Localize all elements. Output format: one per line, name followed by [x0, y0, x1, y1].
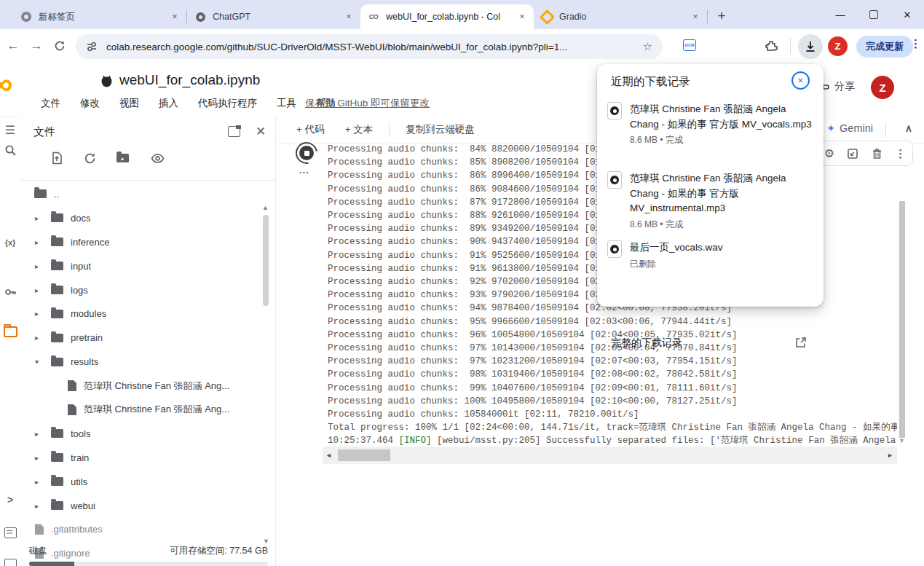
download-item[interactable]: 最后一页_vocals.wav已删除: [607, 240, 813, 270]
open-in-new-icon[interactable]: [795, 337, 807, 348]
terminal-chevron-icon[interactable]: >: [2, 492, 18, 508]
orange-extension-icon[interactable]: [711, 39, 724, 52]
tree-item[interactable]: ▾results: [20, 350, 261, 374]
copy-to-drive-button[interactable]: 复制到云端硬盘: [406, 123, 475, 136]
tree-scroll-up-icon[interactable]: ▲: [262, 204, 269, 211]
secrets-key-icon[interactable]: [2, 284, 18, 300]
tree-item[interactable]: ▸utils: [20, 470, 261, 494]
cell-menu-kebab-icon[interactable]: ⋮: [895, 147, 906, 160]
browser-menu-kebab-icon[interactable]: ⋮: [910, 37, 921, 50]
browser-avatar[interactable]: Z: [828, 36, 848, 56]
minimize-button[interactable]: —: [824, 0, 857, 29]
tree-expand-arrow-icon[interactable]: ▸: [35, 478, 51, 486]
tree-expand-arrow-icon[interactable]: ▾: [35, 358, 51, 366]
console-vscrollbar-thumb[interactable]: [899, 201, 905, 438]
address-bar[interactable]: colab.research.google.com/github/SUC-Dri…: [76, 34, 663, 59]
menu-item[interactable]: 代码执行程序: [198, 97, 257, 110]
cell-stop-button[interactable]: [296, 142, 317, 164]
colab-avatar[interactable]: Z: [871, 76, 894, 99]
tree-expand-arrow-icon[interactable]: ▸: [35, 214, 51, 222]
tree-item[interactable]: ▸pretrain: [20, 326, 261, 350]
tab-new-tab[interactable]: 新标签页✕: [13, 4, 186, 29]
reload-button[interactable]: [51, 37, 68, 55]
code-snippets-icon[interactable]: [2, 524, 18, 541]
scroll-left-icon[interactable]: ◄: [325, 452, 332, 459]
upload-file-icon[interactable]: [48, 149, 66, 167]
variables-icon[interactable]: {x}: [2, 235, 18, 251]
new-tab-button[interactable]: +: [712, 7, 731, 25]
add-code-button[interactable]: + 代码: [296, 123, 325, 136]
extensions-puzzle-icon[interactable]: [765, 39, 778, 52]
tab-chatgpt[interactable]: ChatGPT✕: [187, 4, 360, 29]
site-settings-icon[interactable]: [86, 41, 98, 52]
menu-item[interactable]: 插入: [159, 97, 178, 110]
tree-expand-arrow-icon[interactable]: ▸: [35, 430, 51, 438]
gemini-button[interactable]: ✦ Gemini: [826, 122, 873, 134]
tab-close-icon[interactable]: ✕: [169, 11, 181, 23]
download-item[interactable]: 范瑋琪 Christine Fan 張韶涵 Angela Chang - 如果的…: [607, 171, 813, 231]
tree-scrollbar-thumb[interactable]: [263, 215, 269, 306]
table-of-contents-icon[interactable]: ☰: [2, 122, 18, 138]
black-extension-icon[interactable]: [738, 39, 751, 52]
tree-expand-arrow-icon[interactable]: ▸: [35, 334, 51, 342]
tree-item[interactable]: ▸modules: [20, 302, 261, 326]
tree-expand-arrow-icon[interactable]: ▸: [35, 286, 51, 294]
tab-colab[interactable]: COwebUI_for_colab.ipynb - Col✕: [360, 4, 534, 29]
cell-settings-gear-icon[interactable]: ⚙: [824, 146, 834, 160]
bookmark-star-icon[interactable]: ☆: [643, 40, 652, 53]
finish-update-button[interactable]: 完成更新: [856, 36, 913, 58]
cell-popout-icon[interactable]: [847, 148, 858, 160]
tree-item[interactable]: ▸tools: [20, 422, 261, 446]
notebook-title[interactable]: webUI_for_colab.ipynb: [119, 72, 260, 88]
close-window-button[interactable]: ✕: [891, 0, 924, 29]
tree-item[interactable]: ▸webui: [20, 494, 261, 518]
tree-item[interactable]: 范瑋琪 Christine Fan 張韶涵 Ang...: [20, 374, 261, 398]
downloads-button[interactable]: [798, 34, 823, 59]
add-text-button[interactable]: + 文本: [345, 123, 374, 136]
console-hscrollbar[interactable]: ◄ ►: [323, 447, 897, 464]
menu-item[interactable]: 文件: [41, 97, 60, 110]
menu-item[interactable]: 工具: [277, 97, 296, 110]
tree-item[interactable]: ..: [20, 182, 261, 206]
menu-item[interactable]: 视图: [119, 97, 139, 110]
full-download-history-link[interactable]: 完整的下载记录: [611, 337, 682, 350]
tree-item[interactable]: ▸inference: [20, 230, 261, 254]
tab-gradio[interactable]: Gradio✕: [534, 4, 707, 29]
tab-close-icon[interactable]: ✕: [690, 11, 701, 23]
url-text[interactable]: colab.research.google.com/github/SUC-Dri…: [106, 42, 643, 52]
panel-close-icon[interactable]: ✕: [256, 124, 266, 139]
tree-expand-arrow-icon[interactable]: ▸: [35, 502, 51, 510]
menu-item[interactable]: 修改: [80, 97, 100, 110]
tree-item[interactable]: ▸logs: [20, 278, 261, 302]
downloads-close-icon[interactable]: ✕: [791, 71, 810, 90]
bottom-panel-icon[interactable]: [2, 556, 18, 566]
tree-expand-arrow-icon[interactable]: ▸: [35, 262, 51, 270]
console-hscrollbar-thumb[interactable]: [338, 449, 390, 461]
restore-button[interactable]: [857, 0, 891, 29]
tree-item[interactable]: ▸docs: [20, 206, 261, 230]
scroll-right-icon[interactable]: ►: [887, 452, 893, 459]
tree-expand-arrow-icon[interactable]: ▸: [35, 454, 51, 462]
tree-expand-arrow-icon[interactable]: ▸: [35, 310, 51, 318]
tree-expand-arrow-icon[interactable]: ▸: [35, 238, 51, 246]
tab-close-icon[interactable]: ✕: [343, 11, 355, 23]
collapse-header-icon[interactable]: ∧: [905, 122, 912, 134]
tree-item[interactable]: .gitattributes: [20, 517, 261, 541]
back-button[interactable]: ←: [4, 37, 22, 55]
tree-item[interactable]: 范瑋琪 Christine Fan 張韶涵 Ang...: [20, 398, 261, 422]
tree-item[interactable]: ▸train: [20, 446, 261, 470]
hidden-files-eye-icon[interactable]: [149, 149, 166, 167]
download-item[interactable]: 范瑋琪 Christine Fan 張韶涵 Angela Chang - 如果的…: [607, 102, 813, 146]
panel-popout-icon[interactable]: [228, 126, 240, 137]
console-scroll-down-icon[interactable]: ▼: [899, 437, 905, 444]
files-panel-icon-active[interactable]: [2, 323, 18, 339]
mount-drive-icon[interactable]: ▲: [114, 149, 131, 167]
delete-cell-trash-icon[interactable]: [872, 148, 882, 160]
save-to-github-link[interactable]: 保存到 GitHub 即可保留更改: [305, 97, 430, 110]
ocr-extension-icon[interactable]: OCR: [683, 39, 696, 52]
tree-item[interactable]: ▸input: [20, 254, 261, 278]
tree-scroll-down-icon[interactable]: ▼: [263, 538, 269, 545]
tab-close-icon[interactable]: ✕: [516, 11, 528, 23]
refresh-icon[interactable]: [81, 149, 98, 167]
forward-button[interactable]: →: [28, 37, 45, 55]
